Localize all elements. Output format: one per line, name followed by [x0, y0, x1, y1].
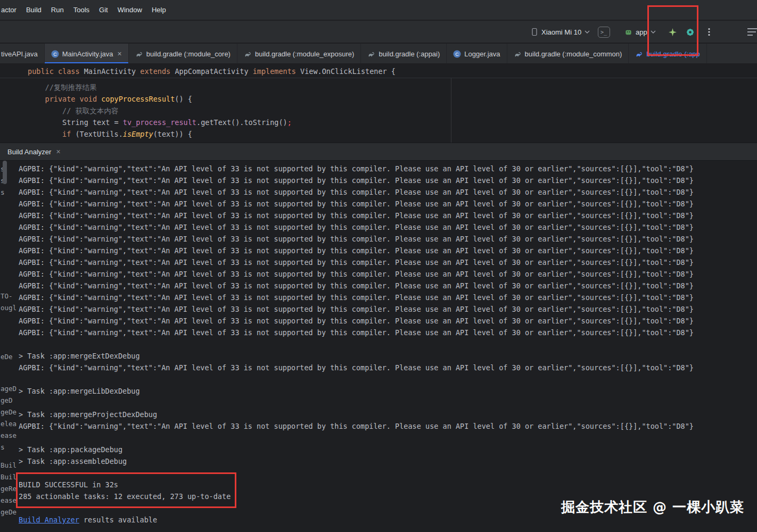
code-line: String text = tv_process_result.getText(… — [0, 117, 757, 128]
build-panel-header: Build Analyzer × — [0, 143, 757, 161]
tab-label: Logger.java — [464, 50, 500, 58]
console-line: AGPBI: {"kind":"warning","text":"An API … — [19, 163, 757, 174]
chevron-down-icon — [585, 30, 590, 34]
svg-text:C: C — [53, 51, 57, 56]
console-line: AGPBI: {"kind":"warning","text":"An API … — [19, 174, 757, 186]
terminal-glyph: >_ — [600, 29, 607, 35]
console-line — [19, 338, 757, 350]
console-line: > Task :app:assembleDebug — [19, 455, 757, 467]
code-line: if (TextUtils.isEmpty(text)) { — [0, 128, 757, 140]
chevron-down-icon — [651, 30, 656, 34]
device-selector[interactable]: Xiaomi Mi 10 — [527, 24, 594, 39]
code-lines: //复制推荐结果 private void copyProcessResult(… — [0, 78, 757, 140]
editor-tab-build-gradle-appai[interactable]: build.gradle (:appai) — [361, 44, 447, 64]
build-console[interactable]: AGPBI: {"kind":"warning","text":"An API … — [0, 161, 757, 532]
console-line: AGPBI: {"kind":"warning","text":"An API … — [19, 327, 757, 338]
close-icon[interactable]: × — [118, 49, 122, 58]
console-line: AGPBI: {"kind":"warning","text":"An API … — [19, 280, 757, 292]
console-line: > Task :app:packageDebug — [19, 444, 757, 455]
console-line — [19, 432, 757, 444]
tab-label: build.gradle (:app — [646, 50, 700, 58]
editor-tab-build-gradle-module-common[interactable]: build.gradle (:module_common) — [507, 44, 629, 64]
gradle-icon — [514, 50, 522, 58]
menu-item-help[interactable]: Help — [147, 0, 171, 20]
console-line: AGPBI: {"kind":"warning","text":"An API … — [19, 362, 757, 373]
clipped-toolbar-icon[interactable] — [746, 26, 757, 38]
device-selector-label: Xiaomi Mi 10 — [541, 28, 581, 36]
watermark: 掘金技术社区 @ 一棵小趴菜 — [561, 498, 744, 517]
editor-tab-bar: tiveAPI.javaCMainActivity.java×build.gra… — [0, 44, 757, 64]
run-config-selector[interactable]: app — [621, 24, 660, 39]
console-line: AGPBI: {"kind":"warning","text":"An API … — [19, 233, 757, 245]
console-line: AGPBI: {"kind":"warning","text":"An API … — [19, 303, 757, 315]
gradle-icon — [367, 50, 375, 58]
tab-label: build.gradle (:appai) — [378, 50, 440, 58]
code-line: //复制推荐结果 — [0, 81, 757, 93]
terminal-icon: >_ — [598, 27, 610, 38]
editor-tab-strip: tiveAPI.javaCMainActivity.java×build.gra… — [0, 44, 757, 64]
console-line: > Task :app:mergeExtDexDebug — [19, 350, 757, 362]
code-line: // 获取文本内容 — [0, 105, 757, 117]
tab-label: tiveAPI.java — [1, 50, 38, 58]
svg-text:C: C — [456, 51, 459, 56]
scrollbar-thumb[interactable] — [3, 161, 7, 184]
console-line: AGPBI: {"kind":"warning","text":"An API … — [19, 292, 757, 303]
console-line: AGPBI: {"kind":"warning","text":"An API … — [19, 245, 757, 256]
profiler-gear-icon[interactable] — [684, 26, 696, 38]
editor-tab-build-gradle-module-core[interactable]: build.gradle (:module_core) — [129, 44, 237, 64]
menu-item-window[interactable]: Window — [113, 0, 147, 20]
console-line: AGPBI: {"kind":"warning","text":"An API … — [19, 268, 757, 280]
menu-items: actorBuildRunToolsGitWindowHelp — [0, 0, 171, 20]
gradle-icon — [135, 50, 143, 58]
sticky-class-declaration: public class MainActivity extends AppCom… — [0, 64, 757, 78]
code-editor[interactable]: public class MainActivity extends AppCom… — [0, 64, 757, 143]
console-line: AGPBI: {"kind":"warning","text":"An API … — [19, 256, 757, 268]
console-line: AGPBI: {"kind":"warning","text":"An API … — [19, 198, 757, 210]
console-line: > Task :app:mergeProjectDexDebug — [19, 409, 757, 420]
console-line — [19, 397, 757, 409]
terminal-button[interactable]: >_ — [597, 26, 610, 38]
console-line: AGPBI: {"kind":"warning","text":"An API … — [19, 186, 757, 198]
editor-tab-mainactivity-java[interactable]: CMainActivity.java× — [45, 44, 129, 64]
run-config-label: app — [636, 28, 647, 36]
menu-item-build[interactable]: Build — [21, 0, 46, 20]
console-line — [19, 467, 757, 479]
tab-label: build.gradle (:module_common) — [525, 50, 622, 58]
console-line: AGPBI: {"kind":"warning","text":"An API … — [19, 315, 757, 327]
app-module-icon — [624, 28, 632, 36]
close-icon[interactable]: × — [56, 147, 60, 156]
menu-bar: actorBuildRunToolsGitWindowHelp — [0, 0, 757, 20]
menu-item-tools[interactable]: Tools — [69, 0, 94, 20]
java-class-icon: C — [51, 50, 59, 58]
editor-tab-build-gradle-module-exposure[interactable]: build.gradle (:module_exposure) — [237, 44, 361, 64]
console-output: AGPBI: {"kind":"warning","text":"An API … — [0, 161, 757, 526]
console-line: > Task :app:mergeLibDexDebug — [19, 385, 757, 397]
console-line: BUILD SUCCESSFUL in 32s — [19, 479, 757, 491]
java-class-icon: C — [453, 50, 461, 58]
sync-spark-icon[interactable] — [666, 26, 679, 38]
editor-tab-build-gradle-app[interactable]: build.gradle (:app — [629, 44, 706, 64]
tab-label: build.gradle (:module_core) — [146, 50, 231, 58]
editor-tab-tiveapi-java[interactable]: tiveAPI.java — [0, 44, 45, 64]
console-line — [19, 373, 757, 385]
build-analyzer-link[interactable]: Build Analyzer — [19, 516, 79, 524]
main-toolbar: Xiaomi Mi 10 >_ app — [0, 21, 757, 43]
tab-label: MainActivity.java — [62, 50, 113, 58]
gradle-icon — [244, 50, 252, 58]
phone-icon — [531, 28, 538, 36]
editor-guide-line — [451, 78, 451, 143]
tab-label: build.gradle (:module_exposure) — [255, 50, 354, 58]
console-line: AGPBI: {"kind":"warning","text":"An API … — [19, 420, 757, 432]
more-actions-kebab-icon[interactable] — [703, 26, 715, 38]
console-line: AGPBI: {"kind":"warning","text":"An API … — [19, 210, 757, 221]
menu-item-git[interactable]: Git — [94, 0, 113, 20]
gradle-icon — [635, 50, 643, 58]
android-studio-window: { "menu_bar": { "items": ["actor", "Buil… — [0, 0, 757, 532]
console-line: AGPBI: {"kind":"warning","text":"An API … — [19, 221, 757, 233]
editor-tab-logger-java[interactable]: CLogger.java — [447, 44, 507, 64]
code-line: private void copyProcessResult() { — [0, 93, 757, 105]
menu-item-run[interactable]: Run — [46, 0, 69, 20]
sticky-line: public class MainActivity extends AppCom… — [28, 67, 396, 76]
build-analyzer-tab[interactable]: Build Analyzer — [7, 148, 51, 156]
menu-item-actor[interactable]: actor — [0, 0, 21, 20]
